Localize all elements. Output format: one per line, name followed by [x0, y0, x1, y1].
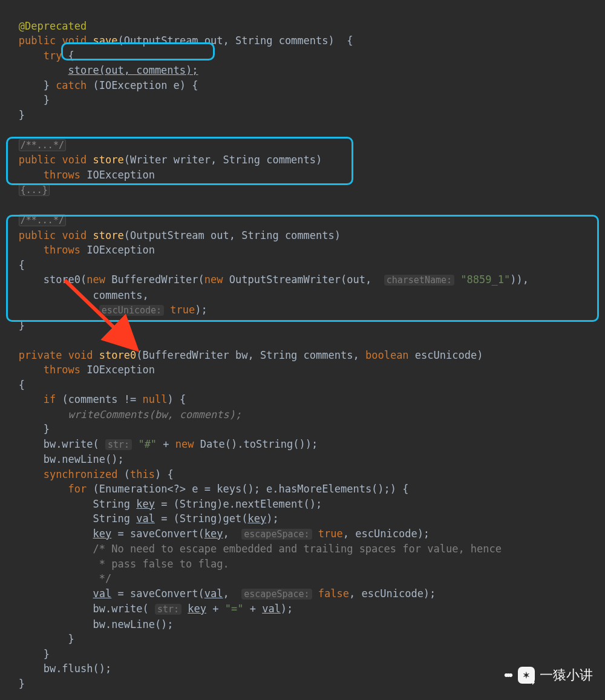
method-save: save — [93, 34, 118, 47]
watermark-text: 一猿小讲 — [540, 668, 593, 683]
line: /**...*/ — [0, 139, 66, 151]
wechat-icon: ✶ — [518, 667, 535, 684]
line: writeComments(bw, comments); — [0, 408, 241, 420]
line: public void store(OutputStream out, Stri… — [0, 229, 341, 241]
param-hint-str: str: — [155, 604, 182, 615]
javadoc-fold[interactable]: /**...*/ — [19, 214, 66, 226]
line: bw.write( str: key + "=" + val); — [0, 603, 293, 615]
call-writeComments: writeComments(bw, comments); — [68, 408, 242, 420]
blank-line — [0, 123, 6, 136]
line: throws IOException — [0, 364, 155, 376]
method-store-writer: store — [93, 154, 124, 166]
line: key = saveConvert(key, escapeSpace: true… — [0, 528, 430, 540]
line: } — [0, 678, 25, 690]
line: private void store0(BufferedWriter bw, S… — [0, 349, 483, 361]
line: * pass false to flag. — [0, 558, 229, 570]
blank-line — [0, 199, 6, 211]
line: bw.flush(); — [0, 662, 111, 675]
line: store0(new BufferedWriter(new OutputStre… — [0, 273, 529, 286]
method-store0: store0 — [99, 349, 136, 361]
line: throws IOException — [0, 169, 155, 181]
call-store: store(out, comments); — [68, 64, 198, 76]
blank-line — [0, 334, 6, 346]
line: { — [0, 259, 25, 271]
line: comments, — [0, 289, 149, 301]
line: /* No need to escape embedded and traili… — [0, 543, 502, 555]
line: throws IOException — [0, 244, 155, 256]
line: bw.newLine(); — [0, 453, 124, 465]
line: if (comments != null) { — [0, 393, 186, 405]
param-hint-escapeSpace: escapeSpace: — [241, 589, 312, 600]
param-hint-escapeSpace: escapeSpace: — [241, 529, 312, 540]
method-body-fold[interactable]: {...} — [19, 184, 50, 196]
line: bw.newLine(); — [0, 618, 174, 630]
line: try { — [0, 50, 74, 62]
line: val = saveConvert(val, escapeSpace: fals… — [0, 587, 436, 600]
line: bw.write( str: "#" + new Date().toString… — [0, 438, 318, 450]
line: } — [0, 423, 50, 435]
line: String val = (String)get(key); — [0, 512, 279, 525]
ellipsis-icon: ••• — [504, 668, 511, 683]
method-store-os: store — [93, 229, 124, 241]
line: escUnicode: true); — [0, 304, 208, 316]
line: public void save(OutputStream out, Strin… — [0, 34, 353, 47]
line: /**...*/ — [0, 214, 66, 226]
watermark: ••• ✶ 一猿小讲 — [504, 667, 593, 684]
line: } — [0, 109, 25, 121]
line: public void store(Writer writer, String … — [0, 154, 322, 166]
code-editor[interactable]: @Deprecated public void save(OutputStrea… — [0, 4, 605, 691]
line: */ — [0, 572, 111, 584]
param-hint-charsetName: charsetName: — [384, 275, 454, 286]
line: for (Enumeration<?> e = keys(); e.hasMor… — [0, 483, 409, 495]
annotation: @Deprecated — [19, 20, 87, 32]
line: String key = (String)e.nextElement(); — [0, 498, 322, 510]
line: } — [0, 319, 25, 332]
line: } — [0, 648, 50, 660]
line: synchronized (this) { — [0, 468, 174, 480]
line: store(out, comments); — [0, 64, 198, 76]
line: { — [0, 379, 25, 391]
line: } catch (IOException e) { — [0, 79, 198, 91]
line: } — [0, 633, 74, 645]
line: } — [0, 94, 50, 106]
line: {...} — [0, 183, 50, 195]
param-hint-str: str: — [105, 439, 132, 450]
javadoc-fold[interactable]: /**...*/ — [19, 139, 66, 151]
param-hint-escUnicode: escUnicode: — [99, 305, 164, 316]
line: @Deprecated — [0, 20, 87, 32]
